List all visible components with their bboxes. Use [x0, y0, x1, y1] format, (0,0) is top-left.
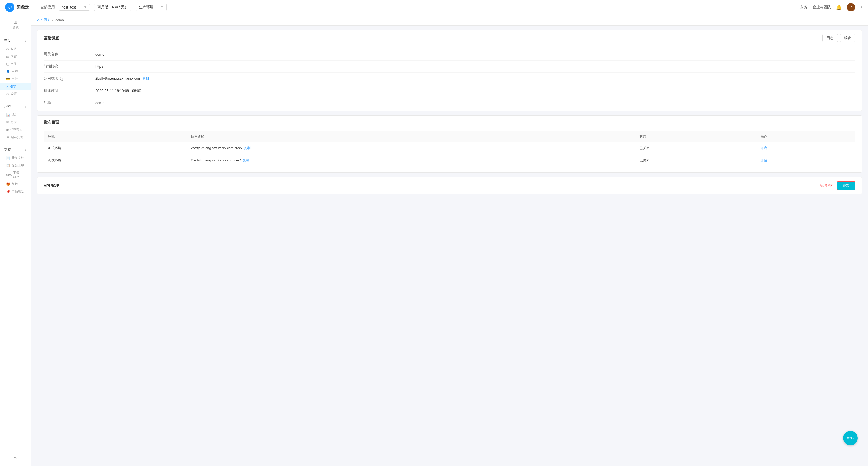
sidebar-sdk-label: 下载 SDK [13, 171, 27, 179]
basic-settings-actions: 日志 编辑 [822, 34, 855, 42]
col-env: 环境 [44, 131, 187, 142]
sidebar-item-file[interactable]: ▢ 文件 [0, 60, 31, 68]
sidebar-user-label: 用户 [11, 69, 18, 74]
sidebar-ops-arrow-icon: ∧ [25, 105, 27, 108]
sidebar-item-sms[interactable]: ✉ 短信 [0, 118, 31, 126]
avatar[interactable]: Ie [847, 3, 855, 11]
sidebar-item-content[interactable]: ▤ 内容 [0, 53, 31, 60]
sidebar-item-redpack[interactable]: 🎁 红包 [0, 180, 31, 188]
prod-status-cell: 已关闭 [636, 142, 756, 154]
all-apps-link[interactable]: 全部应用 [40, 5, 55, 9]
log-button[interactable]: 日志 [822, 34, 838, 42]
sidebar-ticket-label: 提交工单 [11, 163, 24, 168]
sidebar-ops-header[interactable]: 运营 ∧ [0, 102, 31, 111]
publish-management-title: 发布管理 [44, 120, 59, 125]
sidebar-item-roadmap[interactable]: 📌 产品规划 [0, 188, 31, 195]
project-dropdown[interactable]: test_test ▼ [59, 4, 90, 10]
bell-icon[interactable]: 🔔 [836, 4, 842, 10]
test-action-cell: 开启 [756, 154, 855, 167]
sidebar: ⊞ 导览 开发 ∧ ⊙ 数据 ▤ 内容 ▢ 文件 👤 用户 💳 支付 ▷ [0, 14, 31, 466]
content-icon: ▤ [6, 55, 9, 58]
publish-table-header-row: 环境 访问路径 状态 操作 [44, 131, 855, 142]
plan-badge[interactable]: 商用版（¥30 / 天） [94, 4, 131, 11]
domain-copy-btn[interactable]: 复制 [142, 77, 149, 81]
field-comment-value: demo [95, 101, 104, 105]
sidebar-item-stats[interactable]: 📊 统计 [0, 111, 31, 118]
help-float-button[interactable]: 帮助? [843, 431, 858, 445]
avatar-dropdown-arrow-icon[interactable]: ▼ [860, 6, 863, 8]
sidebar-item-ticket[interactable]: 📋 提交工单 [0, 162, 31, 169]
add-api-button[interactable]: 添加 [837, 181, 855, 190]
help-float-label: 帮助? [846, 436, 855, 440]
publish-management-header: 发布管理 [37, 116, 862, 129]
prod-enable-btn[interactable]: 开启 [761, 146, 767, 150]
hosting-icon: 🖥 [6, 136, 9, 139]
test-enable-btn[interactable]: 开启 [761, 158, 767, 163]
sidebar-item-hosting[interactable]: 🖥 站点托管 [0, 134, 31, 141]
sidebar-support-header[interactable]: 支持 ∧ [0, 145, 31, 154]
sidebar-dev-header[interactable]: 开发 ∧ [0, 36, 31, 45]
project-dropdown-arrow-icon: ▼ [84, 6, 87, 8]
field-created-time-value: 2020-05-11 18:10:08 +08:00 [95, 89, 141, 93]
api-management-title: API 管理 [44, 183, 59, 188]
col-action: 操作 [756, 131, 855, 142]
domain-help-icon[interactable]: ? [60, 77, 64, 81]
test-copy-btn[interactable]: 复制 [243, 158, 249, 162]
api-management-header: API 管理 新增 API 添加 [37, 177, 862, 194]
field-protocol-value: https [95, 64, 103, 68]
prod-copy-btn[interactable]: 复制 [244, 146, 251, 150]
logo-char: 小 [8, 4, 12, 10]
sidebar-data-label: 数据 [10, 47, 17, 51]
ticket-icon: 📋 [6, 164, 10, 167]
sidebar-dev-label: 开发 [4, 38, 11, 43]
finance-link[interactable]: 财务 [800, 5, 808, 9]
field-domain: 公网域名 ? 2bsffy8m.eng.szx.ifanrx.com复制 [44, 73, 855, 85]
sidebar-item-user[interactable]: 👤 用户 [0, 68, 31, 75]
table-row: 正式环境 2bsffy8m.eng.szx.ifanrx.com/prod/ 复… [44, 142, 855, 154]
env-dropdown[interactable]: 生产环境 ▼ [135, 4, 167, 11]
api-management-actions: 新增 API 添加 [820, 181, 855, 190]
sidebar-item-settings[interactable]: ⚙ 设置 [0, 90, 31, 98]
sidebar-item-data[interactable]: ⊙ 数据 [0, 45, 31, 53]
table-row: 测试环境 2bsffy8m.eng.szx.ifanrx.com/dev/ 复制… [44, 154, 855, 167]
logo-text: 知晓云 [17, 4, 29, 10]
publish-table-area: 环境 访问路径 状态 操作 正式环境 2bsffy8m.eng.szx.ifan… [37, 129, 862, 173]
sidebar-item-guide[interactable]: ⊞ 导览 [0, 18, 31, 32]
sidebar-item-sdk[interactable]: SDK 下载 SDK [0, 169, 31, 180]
sidebar-divider-1 [0, 34, 31, 34]
edit-button[interactable]: 编辑 [840, 34, 855, 42]
field-gateway-name: 网关名称 domo [44, 48, 855, 60]
basic-settings-header: 基础设置 日志 编辑 [37, 30, 862, 46]
sidebar-item-pay[interactable]: 💳 支付 [0, 75, 31, 83]
new-api-button[interactable]: 新增 API [820, 183, 834, 188]
field-comment: 注释 demo [44, 97, 855, 109]
breadcrumb-parent[interactable]: API 网关 [37, 18, 51, 22]
sidebar-sms-label: 短信 [10, 120, 17, 124]
sidebar-item-docs[interactable]: 📄 开发文档 [0, 154, 31, 162]
team-link[interactable]: 企业与团队 [813, 5, 831, 9]
stats-icon: 📊 [6, 113, 10, 117]
field-comment-label: 注释 [44, 100, 95, 105]
sms-icon: ✉ [6, 120, 9, 124]
sidebar-guide-label: 导览 [12, 26, 19, 30]
top-nav: 小 知晓云 全部应用 test_test ▼ 商用版（¥30 / 天） 生产环境… [0, 0, 868, 14]
sidebar-hosting-label: 站点托管 [11, 135, 23, 139]
col-path: 访问路径 [187, 131, 636, 142]
sidebar-item-engine[interactable]: ▷ 引擎 [0, 83, 31, 90]
user-icon: 👤 [6, 70, 10, 74]
pay-icon: 💳 [6, 77, 10, 81]
sidebar-collapse-btn[interactable]: « [0, 452, 31, 463]
sidebar-support-arrow-icon: ∧ [25, 148, 27, 151]
layout: ⊞ 导览 开发 ∧ ⊙ 数据 ▤ 内容 ▢ 文件 👤 用户 💳 支付 ▷ [0, 14, 868, 466]
sidebar-item-ops-console[interactable]: ◉ 运营后台 [0, 126, 31, 134]
sidebar-content-label: 内容 [10, 54, 17, 59]
prod-env-cell: 正式环境 [44, 142, 187, 154]
settings-icon: ⚙ [6, 92, 9, 96]
test-status-cell: 已关闭 [636, 154, 756, 167]
field-protocol-label: 前端协议 [44, 64, 95, 69]
env-dropdown-text: 生产环境 [139, 5, 159, 9]
ops-console-icon: ◉ [6, 128, 9, 132]
docs-icon: 📄 [6, 156, 10, 160]
roadmap-icon: 📌 [6, 190, 10, 194]
test-path-cell: 2bsffy8m.eng.szx.ifanrx.com/dev/ 复制 [187, 154, 636, 167]
